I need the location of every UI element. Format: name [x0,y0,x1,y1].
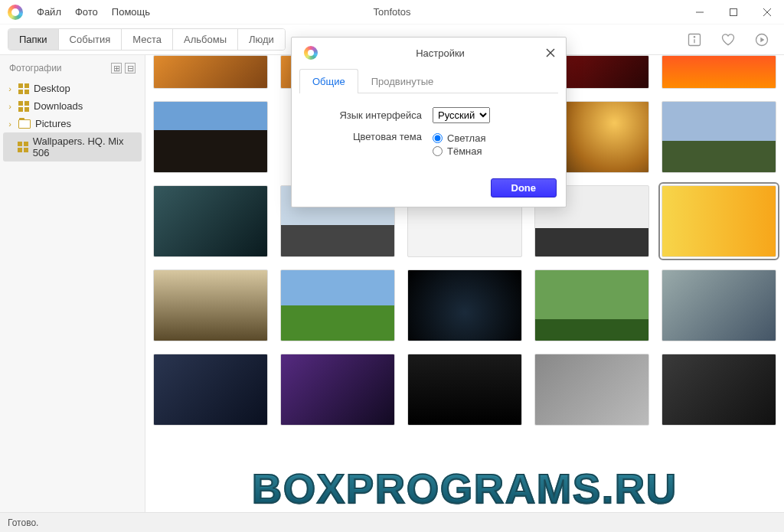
thumbnail[interactable] [153,354,268,426]
theme-light-radio[interactable] [433,133,443,143]
dialog-tab-advanced[interactable]: Продвинутые [358,69,446,93]
theme-dark-label: Тёмная [447,145,482,157]
sidebar-item-downloads[interactable]: › Downloads [3,97,142,115]
dialog-tabs: Общие Продвинутые [299,68,558,93]
thumbnail[interactable] [662,185,776,257]
row-theme: Цветовая тема Светлая Тёмная [307,131,550,158]
chevron-right-icon: › [6,84,14,93]
thumbnail[interactable] [662,55,776,89]
svg-marker-8 [760,37,764,42]
thumbnail[interactable] [280,354,395,426]
dialog-close-button[interactable] [541,44,560,62]
menu-bar: Файл Фото Помощь [31,3,156,21]
toolbar-right [684,30,776,50]
thumbnail[interactable] [407,354,522,426]
thumbnail[interactable] [153,55,268,89]
minimize-button[interactable] [683,0,717,24]
sidebar: Фотографии ⊞ ⊟ › Desktop › Downloads › P… [0,55,145,512]
thumbnail[interactable] [662,354,776,426]
dialog-tab-general[interactable]: Общие [299,69,358,93]
sidebar-item-label: Pictures [35,118,71,129]
tab-albums[interactable]: Альбомы [173,29,238,50]
tab-places[interactable]: Места [122,29,173,50]
close-button[interactable] [750,0,784,24]
thumbnail[interactable] [662,101,776,173]
sidebar-item-pictures[interactable]: › Pictures [3,115,142,132]
theme-label: Цветовая тема [307,131,422,142]
chevron-right-icon: › [6,119,14,129]
thumbnail[interactable] [153,269,268,341]
app-logo-icon [8,5,23,20]
menu-help[interactable]: Помощь [106,3,156,21]
thumbnail[interactable] [534,354,649,426]
theme-light-option[interactable]: Светлая [433,132,485,144]
sidebar-header: Фотографии ⊞ ⊟ [3,58,142,80]
settings-dialog: Настройки Общие Продвинутые Язык интерфе… [291,37,567,207]
row-language: Язык интерфейса Русский [307,107,550,123]
sidebar-item-label: Downloads [34,100,83,112]
theme-light-label: Светлая [447,132,485,144]
app-logo-icon [304,46,318,60]
svg-rect-1 [730,8,737,15]
theme-dark-radio[interactable] [433,146,443,156]
favorite-button[interactable] [718,30,738,50]
view-tabs: Папки События Места Альбомы Люди [8,28,286,51]
dialog-body: Язык интерфейса Русский Цветовая тема Св… [292,93,566,172]
tab-people[interactable]: Люди [238,29,285,50]
chevron-right-icon: › [6,102,14,111]
info-button[interactable] [684,30,704,50]
menu-file[interactable]: Файл [31,3,67,21]
status-bar: Готово. [0,512,784,532]
thumbnail[interactable] [407,269,522,341]
theme-options: Светлая Тёмная [433,131,485,158]
title-bar: Файл Фото Помощь Tonfotos [0,0,784,24]
menu-photo[interactable]: Фото [69,3,104,21]
slideshow-button[interactable] [752,30,772,50]
thumbnail[interactable] [534,269,649,341]
language-label: Язык интерфейса [307,109,422,121]
thumbnail[interactable] [280,269,395,341]
sidebar-header-icons: ⊞ ⊟ [111,63,136,73]
svg-point-6 [694,36,694,37]
thumbnail[interactable] [153,101,268,173]
done-button[interactable]: Done [491,178,557,197]
tab-events[interactable]: События [59,29,122,50]
sidebar-item-wallpapers[interactable]: › Wallpapers. HQ. Mix 506 [3,132,142,162]
dialog-footer: Done [292,172,566,207]
add-folder-button[interactable]: ⊞ [111,63,122,73]
grid-icon [18,142,28,152]
grid-icon [18,101,29,112]
window-controls [683,0,784,24]
thumbnail[interactable] [662,269,776,341]
sidebar-item-label: Desktop [34,83,70,94]
status-text: Готово. [8,517,38,528]
language-select[interactable]: Русский [433,107,490,123]
dialog-title: Настройки [322,47,558,59]
sidebar-item-label: Wallpapers. HQ. Mix 506 [33,135,137,158]
remove-folder-button[interactable]: ⊟ [125,63,136,73]
theme-dark-option[interactable]: Тёмная [433,145,485,157]
folder-open-icon [18,119,31,129]
thumbnail[interactable] [153,185,268,257]
dialog-titlebar: Настройки [292,38,566,68]
sidebar-title: Фотографии [9,63,62,73]
sidebar-item-desktop[interactable]: › Desktop [3,80,142,97]
grid-icon [18,83,29,94]
tab-folders[interactable]: Папки [8,29,59,50]
maximize-button[interactable] [717,0,750,24]
